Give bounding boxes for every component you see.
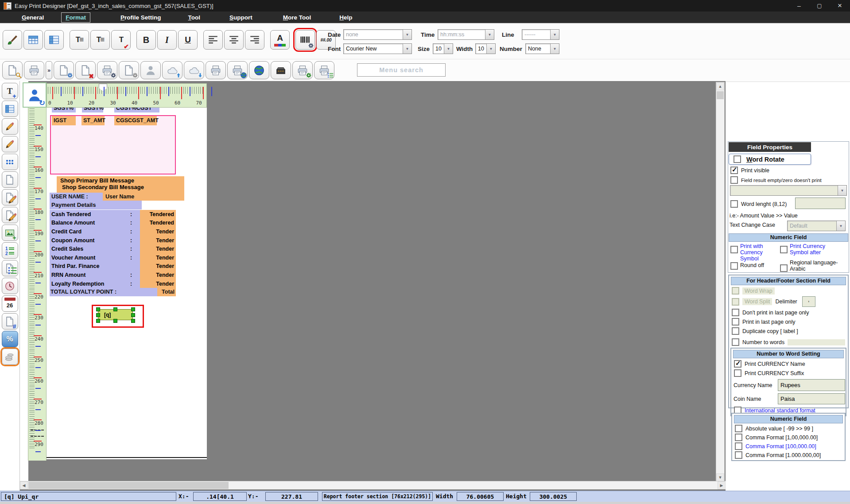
field-shop-messages[interactable]: Shop Primary Bill Message Shop Secondary… — [57, 176, 184, 193]
field-result-dropdown[interactable] — [730, 185, 847, 196]
table-column-style-button[interactable] — [44, 30, 64, 50]
chevron-down-icon[interactable] — [550, 30, 559, 39]
resize-handle[interactable] — [96, 307, 100, 311]
scrollbar-thumb[interactable] — [28, 482, 229, 489]
field-cgst-percent[interactable]: CGST%CGST — [114, 108, 159, 112]
size-dropdown[interactable]: 10 — [433, 43, 453, 54]
delimiter-input[interactable]: , — [802, 296, 815, 307]
field-payment-row[interactable]: Coupon Amount:Tender — [50, 236, 176, 245]
word-length-checkbox[interactable] — [730, 200, 738, 208]
scroll-down-icon[interactable]: ▼ — [716, 473, 724, 481]
scroll-left-icon[interactable]: ◀ — [20, 481, 28, 489]
dots-grid-button[interactable] — [2, 154, 18, 170]
line-dropdown[interactable]: ------ — [522, 29, 559, 40]
cloud-download-button[interactable] — [184, 61, 204, 79]
print-with-currency-checkbox[interactable] — [730, 246, 738, 253]
scroll-right-icon[interactable]: ▶ — [718, 481, 726, 489]
menu-item-support[interactable]: Support — [225, 13, 256, 22]
numeric-option-checkbox[interactable] — [735, 442, 742, 450]
report-number-button[interactable]: # — [2, 313, 18, 330]
word-length-input[interactable] — [795, 198, 846, 209]
field-payment-row[interactable]: Credit Card:Tender — [50, 227, 176, 236]
field-st-amt[interactable]: ST_AMT — [82, 116, 105, 125]
number-to-words-checkbox[interactable] — [732, 338, 739, 346]
barcode-settings-button[interactable] — [295, 30, 315, 50]
menu-item-more-tool[interactable]: More Tool — [279, 13, 315, 22]
maximize-button[interactable] — [809, 0, 830, 12]
numeric-option-checkbox[interactable] — [735, 425, 742, 432]
print-currency-suffix-checkbox[interactable] — [734, 369, 741, 377]
print-with-currency-label[interactable]: Print with Currency Symbol — [740, 243, 781, 262]
field-payment-row[interactable]: Credit Sales:Tender — [50, 244, 176, 253]
field-sgst-percent[interactable]: SGST% — [82, 108, 103, 112]
regional-arabic-checkbox[interactable] — [780, 264, 788, 272]
field-payment-row[interactable]: Cash Tendered:Tendered — [50, 210, 176, 219]
word-wrap-checkbox[interactable] — [732, 287, 739, 295]
date-field-button[interactable]: 26 — [2, 295, 18, 312]
field-cgst-amt[interactable]: CGSCGST_AMT — [114, 116, 157, 125]
report-list-button[interactable] — [2, 260, 18, 276]
edit-page-button[interactable] — [2, 189, 18, 205]
field-secondary-message[interactable]: Shop Secondary Bill Message — [57, 184, 184, 190]
chevron-down-icon[interactable] — [444, 44, 453, 54]
numbered-list-button[interactable] — [2, 242, 18, 259]
field-payment-row[interactable]: Third Par. FinanceTender — [50, 262, 176, 271]
field-payment-row[interactable]: Voucher Amount:Tender — [50, 253, 176, 262]
edit-draw-button[interactable] — [2, 136, 18, 152]
numeric-option-checkbox[interactable] — [735, 451, 742, 459]
network-printer-button[interactable] — [227, 61, 248, 79]
menu-item-help[interactable]: Help — [335, 13, 356, 22]
field-total-loyalty-label[interactable]: TOTAL LOYALTY POINT : — [50, 288, 157, 296]
print-currency-after-label[interactable]: Print Currency Symbol after — [790, 243, 842, 256]
underline-button[interactable]: U — [178, 30, 198, 50]
percentage-field-button[interactable]: % — [2, 331, 18, 347]
italic-button[interactable]: I — [157, 30, 177, 50]
text-align-middle-button[interactable]: T≡ — [90, 30, 110, 50]
scroll-up-icon[interactable]: ▲ — [716, 82, 724, 90]
delete-design-button[interactable]: ✖ — [75, 61, 96, 79]
resize-handle[interactable] — [131, 313, 135, 317]
align-center-button[interactable] — [224, 30, 244, 50]
dont-print-last-checkbox[interactable] — [732, 309, 739, 316]
field-payment-row[interactable]: RRN Amount:Tender — [50, 271, 176, 279]
format-paint-button[interactable] — [3, 30, 22, 50]
print-last-only-checkbox[interactable] — [732, 318, 739, 326]
currency-field-button[interactable] — [2, 349, 18, 365]
cloud-upload-button[interactable] — [162, 61, 182, 79]
field-primary-message[interactable]: Shop Primary Bill Message — [57, 176, 184, 184]
more-tools-button[interactable]: » — [46, 61, 52, 79]
field-payment-header[interactable]: Payment Details — [50, 201, 142, 209]
blank-page-button[interactable] — [2, 171, 18, 188]
field-result-checkbox[interactable] — [730, 176, 738, 184]
chevron-down-icon[interactable] — [486, 44, 495, 54]
field-user-name-label[interactable]: USER NAME : — [50, 193, 103, 201]
page-setup-button[interactable] — [119, 61, 139, 79]
date-dropdown[interactable]: none — [343, 29, 412, 40]
minimize-button[interactable] — [789, 0, 809, 12]
add-text-field-button[interactable]: T+ — [2, 83, 18, 99]
time-field-button[interactable] — [2, 278, 18, 294]
width-dropdown[interactable]: 10 — [475, 43, 496, 54]
print-button[interactable] — [24, 61, 44, 79]
profile-tools-button[interactable] — [54, 61, 74, 79]
chevron-down-icon[interactable] — [836, 221, 845, 231]
menu-item-general[interactable]: General — [18, 13, 48, 22]
menu-item-tool[interactable]: Tool — [184, 13, 205, 22]
word-rotate-checkbox[interactable] — [734, 155, 741, 163]
resize-handle[interactable] — [131, 307, 135, 311]
printer-setup-button[interactable] — [97, 61, 117, 79]
menu-search-input[interactable] — [357, 63, 446, 77]
print-preview-button[interactable] — [2, 61, 23, 79]
vertical-scrollbar[interactable]: ▲ ▼ — [716, 82, 725, 482]
add-image-button[interactable]: + — [2, 225, 18, 241]
text-align-check-button[interactable]: T✔ — [111, 30, 131, 50]
time-dropdown[interactable]: hh:mm:ss — [438, 29, 494, 40]
print-list-button[interactable] — [314, 61, 334, 79]
menu-item-format[interactable]: Format — [62, 13, 90, 22]
bold-button[interactable]: B — [136, 30, 156, 50]
form-layout-button[interactable] — [2, 101, 18, 117]
design-canvas[interactable]: ↻ 010203040506070 1401501601701801902002… — [20, 81, 726, 491]
close-button[interactable] — [830, 0, 850, 12]
font-color-button[interactable]: A — [270, 30, 290, 50]
field-payment-row[interactable]: Loyalty Redemption:Tender — [50, 279, 176, 288]
